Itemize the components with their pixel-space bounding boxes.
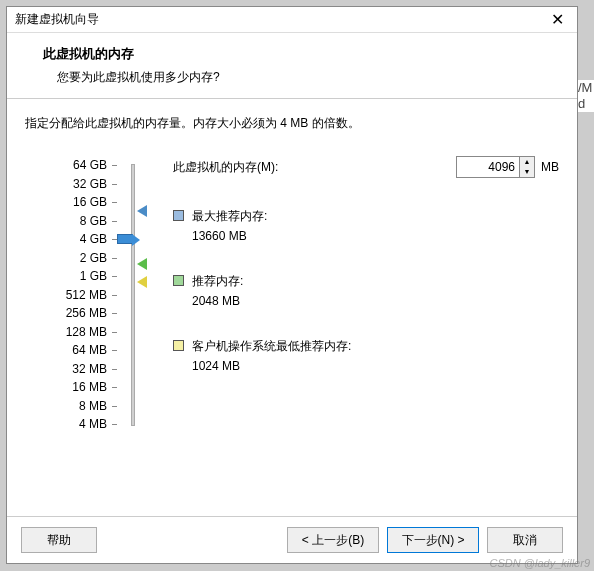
bg-text2: d [578,96,585,111]
rec-rec: 推荐内存: 2048 MB [173,273,559,308]
memory-unit: MB [541,160,559,174]
bg-text: /M [578,80,592,95]
scale-tick: 8 GB [43,212,107,231]
cancel-button[interactable]: 取消 [487,527,563,553]
wizard-footer: 帮助 < 上一步(B) 下一步(N) > 取消 [7,516,577,563]
rec-min-title: 客户机操作系统最低推荐内存: [192,338,351,355]
rec-max: 最大推荐内存: 13660 MB [173,208,559,243]
wizard-content: 指定分配给此虚拟机的内存量。内存大小必须为 4 MB 的倍数。 64 GB 32… [7,99,577,444]
square-yellow-icon [173,340,184,351]
marker-rec-icon [137,258,147,270]
close-icon: ✕ [551,10,564,29]
wizard-dialog: 新建虚拟机向导 ✕ 此虚拟机的内存 您要为此虚拟机使用多少内存? 指定分配给此虚… [6,6,578,564]
scale-tick: 4 MB [43,415,107,434]
square-green-icon [173,275,184,286]
memory-input[interactable] [457,158,519,176]
rec-max-title: 最大推荐内存: [192,208,267,225]
rec-min-value: 1024 MB [192,359,351,373]
scale-tick: 1 GB [43,267,107,286]
memory-field-label: 此虚拟机的内存(M): [173,159,456,176]
window-title: 新建虚拟机向导 [15,11,537,28]
rec-max-value: 13660 MB [192,229,267,243]
spinner-down-icon[interactable]: ▼ [520,167,534,177]
wizard-header: 此虚拟机的内存 您要为此虚拟机使用多少内存? [7,33,577,99]
watermark: CSDN @lady_killer9 [490,557,590,569]
scale-tick: 32 MB [43,360,107,379]
back-button[interactable]: < 上一步(B) [287,527,379,553]
scale-tick: 64 GB [43,156,107,175]
close-button[interactable]: ✕ [537,7,577,33]
scale-tick: 8 MB [43,397,107,416]
scale-tick: 256 MB [43,304,107,323]
scale-tick: 16 GB [43,193,107,212]
memory-spinner[interactable]: ▲ ▼ [456,156,535,178]
slider-track [131,164,135,426]
page-subheading: 您要为此虚拟机使用多少内存? [43,69,569,86]
memory-panel: 64 GB 32 GB 16 GB 8 GB 4 GB 2 GB 1 GB 51… [25,156,559,434]
memory-slider[interactable] [123,156,151,434]
scale-tick: 4 GB [43,230,107,249]
scale-tick: 32 GB [43,175,107,194]
scale-tick: 64 MB [43,341,107,360]
memory-info: 此虚拟机的内存(M): ▲ ▼ MB 最大推荐内存: 13660 MB [167,156,559,434]
scale-tick: 512 MB [43,286,107,305]
marker-max-icon [137,205,147,217]
rec-value: 2048 MB [192,294,243,308]
memory-scale: 64 GB 32 GB 16 GB 8 GB 4 GB 2 GB 1 GB 51… [43,156,107,434]
marker-min-icon [137,276,147,288]
instruction-text: 指定分配给此虚拟机的内存量。内存大小必须为 4 MB 的倍数。 [25,115,559,132]
page-heading: 此虚拟机的内存 [43,45,569,63]
next-button[interactable]: 下一步(N) > [387,527,479,553]
titlebar: 新建虚拟机向导 ✕ [7,7,577,33]
scale-tick: 16 MB [43,378,107,397]
rec-title: 推荐内存: [192,273,243,290]
slider-thumb[interactable] [117,234,133,244]
rec-min: 客户机操作系统最低推荐内存: 1024 MB [173,338,559,373]
square-blue-icon [173,210,184,221]
help-button[interactable]: 帮助 [21,527,97,553]
scale-tick: 2 GB [43,249,107,268]
spinner-up-icon[interactable]: ▲ [520,157,534,167]
scale-tick: 128 MB [43,323,107,342]
